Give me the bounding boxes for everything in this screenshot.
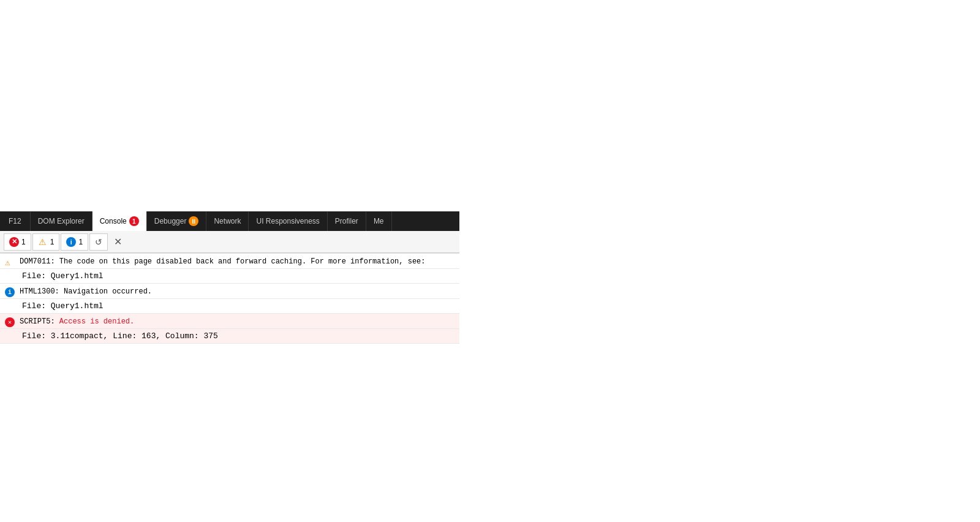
- console-row-html1300: i HTML1300: Navigation occurred.: [0, 284, 459, 299]
- dom7011-text: DOM7011: The code on this page disabled …: [20, 256, 426, 267]
- tab-memory-label: Me: [374, 217, 384, 225]
- clear-button[interactable]: ✕: [109, 233, 126, 251]
- error-filter-button[interactable]: ✕ 1: [4, 233, 31, 251]
- error-row-icon: ✕: [5, 317, 15, 327]
- tab-debugger-label: Debugger: [154, 217, 187, 225]
- tab-memory[interactable]: Me: [366, 211, 392, 231]
- script5-text: SCRIPT5: Access is denied.: [20, 316, 134, 327]
- info-filter-button[interactable]: i 1: [61, 233, 88, 251]
- console-toolbar: ✕ 1 ⚠ 1 i 1 ↺ ✕: [0, 231, 459, 253]
- dom7011-code: DOM7011:: [20, 257, 55, 266]
- close-icon: ✕: [114, 236, 122, 248]
- script5-code: SCRIPT5:: [20, 317, 55, 326]
- console-row-dom7011: ⚠ DOM7011: The code on this page disable…: [0, 254, 459, 269]
- info-row-icon: i: [5, 287, 15, 297]
- info-icon: i: [66, 237, 76, 247]
- html1300-code: HTML1300:: [20, 287, 59, 296]
- warning-filter-button[interactable]: ⚠ 1: [32, 233, 60, 251]
- tab-network-label: Network: [214, 217, 241, 225]
- info-count: 1: [78, 238, 83, 246]
- tab-network[interactable]: Network: [206, 211, 249, 231]
- dom7011-file-link[interactable]: File: Query1.html: [22, 271, 104, 281]
- tab-dom-explorer[interactable]: DOM Explorer: [31, 211, 92, 231]
- tab-console-label: Console: [100, 217, 127, 225]
- tab-f12-label: F12: [9, 217, 21, 225]
- console-row-script5: ✕ SCRIPT5: Access is denied.: [0, 314, 459, 329]
- warning-count: 1: [50, 238, 55, 246]
- error-icon: ✕: [9, 237, 19, 247]
- script5-file-row: File: 3.11compact, Line: 163, Column: 37…: [0, 329, 459, 344]
- warning-icon: ⚠: [38, 237, 48, 247]
- console-error-badge: 1: [129, 216, 139, 226]
- tab-profiler[interactable]: Profiler: [328, 211, 366, 231]
- script5-message: Access is denied.: [59, 317, 134, 326]
- tab-profiler-label: Profiler: [335, 217, 358, 225]
- refresh-button[interactable]: ↺: [89, 233, 108, 251]
- debugger-pause-badge: ⏸: [189, 216, 198, 226]
- dom7011-file-row: File: Query1.html: [0, 269, 459, 284]
- tab-bar: F12 DOM Explorer Console 1 Debugger ⏸ Ne…: [0, 211, 459, 231]
- dom7011-message: The code on this page disabled back and …: [59, 257, 426, 266]
- script5-file-link[interactable]: File: 3.11compact, Line: 163, Column: 37…: [22, 331, 218, 341]
- html1300-message: Navigation occurred.: [64, 287, 152, 296]
- html1300-text: HTML1300: Navigation occurred.: [20, 286, 152, 297]
- tab-console[interactable]: Console 1: [92, 211, 147, 231]
- tab-dom-explorer-label: DOM Explorer: [38, 217, 85, 225]
- console-output: ⚠ DOM7011: The code on this page disable…: [0, 253, 459, 344]
- tab-debugger[interactable]: Debugger ⏸: [147, 211, 207, 231]
- html1300-file-row: File: Query1.html: [0, 299, 459, 314]
- error-count: 1: [21, 238, 26, 246]
- tab-ui-responsiveness[interactable]: UI Responsiveness: [249, 211, 327, 231]
- tab-ui-responsiveness-label: UI Responsiveness: [256, 217, 319, 225]
- refresh-icon: ↺: [95, 237, 102, 247]
- tab-f12[interactable]: F12: [0, 211, 31, 231]
- devtools-panel: F12 DOM Explorer Console 1 Debugger ⏸ Ne…: [0, 211, 459, 344]
- html1300-file-link[interactable]: File: Query1.html: [22, 301, 104, 311]
- warning-row-icon: ⚠: [5, 257, 15, 267]
